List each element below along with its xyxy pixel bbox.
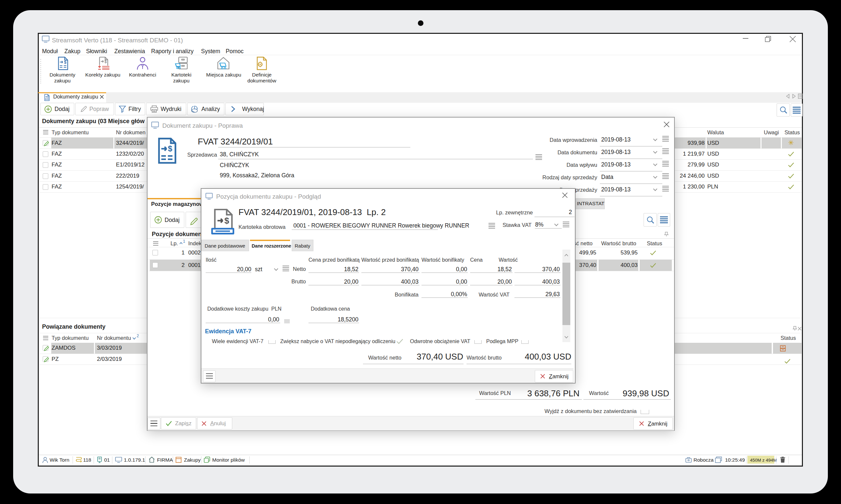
svg-text:$: $: [104, 59, 107, 64]
svg-text:$: $: [224, 216, 229, 226]
svg-text:$: $: [47, 96, 49, 98]
svg-text:$: $: [168, 144, 173, 153]
svg-text:$: $: [64, 60, 67, 65]
